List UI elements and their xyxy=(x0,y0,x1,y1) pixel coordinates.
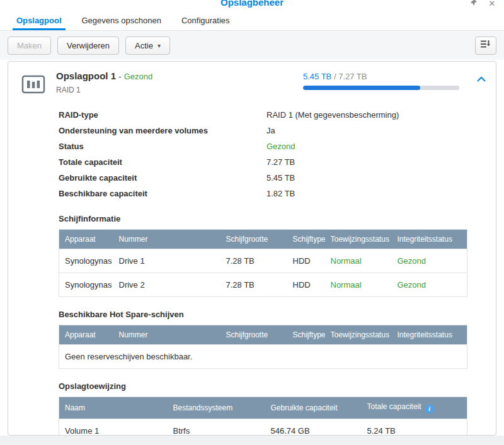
detail-value: 1.82 TB xyxy=(266,189,295,198)
tab-gegevens-opschonen[interactable]: Gegevens opschonen xyxy=(72,10,171,30)
pool-usage-text: 5.45 TB / 7.27 TB xyxy=(303,72,459,81)
cell-schijftype: HDD xyxy=(287,249,325,273)
pool-usage: 5.45 TB / 7.27 TB xyxy=(303,70,459,90)
pool-title-block: Opslagpool 1 - Gezond RAID 1 xyxy=(56,70,152,94)
pool-used-capacity: 5.45 TB xyxy=(303,72,331,81)
pool-raid-label: RAID 1 xyxy=(56,86,152,94)
column-header: Nummer xyxy=(113,230,220,249)
pool-usage-fill xyxy=(303,86,420,90)
column-header: Schijfgrootte xyxy=(220,325,287,345)
sort-list-icon xyxy=(481,40,491,51)
detail-label: Status xyxy=(59,142,266,151)
hot-spare-header-row: Apparaat Nummer Schijfgrootte Schijftype… xyxy=(59,325,467,345)
allocation-title: Opslagtoewijzing xyxy=(59,381,496,391)
info-icon[interactable]: i xyxy=(425,405,434,414)
cell-integriteitsstatus: Gezond xyxy=(392,273,467,297)
column-header: Toewijzingsstatus xyxy=(325,325,392,345)
allocation-header-row: Naam Bestandssysteem Gebruikte capacitei… xyxy=(59,397,467,419)
table-row-drive-1[interactable]: Synologynas Drive 1 7.28 TB HDD Normaal … xyxy=(59,249,467,273)
cell-integriteitsstatus: Gezond xyxy=(392,249,467,273)
cell-gebruikte-capaciteit: 546.74 GB xyxy=(265,419,362,436)
column-header: Integriteitsstatus xyxy=(392,230,467,249)
column-header: Totale capaciteit xyxy=(367,402,421,411)
hot-spare-table: Apparaat Nummer Schijfgrootte Schijftype… xyxy=(59,325,467,369)
pool-header[interactable]: Opslagpool 1 - Gezond RAID 1 5.45 TB / 7… xyxy=(8,62,496,102)
tab-configuraties[interactable]: Configuraties xyxy=(171,10,240,30)
pool-dash: - xyxy=(118,72,121,81)
cell-toewijzingsstatus: Normaal xyxy=(325,273,392,297)
cell-schijfgrootte: 7.28 TB xyxy=(220,273,287,297)
disk-info-title: Schijfinformatie xyxy=(59,214,496,223)
tab-bar: Opslagpool Gegevens opschonen Configurat… xyxy=(0,10,504,31)
cell-nummer: Drive 1 xyxy=(113,249,220,273)
detail-label: Gebruikte capaciteit xyxy=(59,173,266,183)
column-header: Apparaat xyxy=(59,230,113,249)
column-header: Nummer xyxy=(113,325,220,345)
detail-value-status: Gezond xyxy=(266,142,295,151)
window-footer xyxy=(0,436,504,445)
column-header: Apparaat xyxy=(59,325,113,345)
cell-toewijzingsstatus: Normaal xyxy=(325,249,392,273)
pool-details: RAID-type RAID 1 (Met gegevensbeschermin… xyxy=(8,102,496,201)
detail-label: Totale capaciteit xyxy=(59,157,266,167)
table-row-drive-2[interactable]: Synologynas Drive 2 7.28 TB HDD Normaal … xyxy=(59,273,467,297)
column-header: Schijftype xyxy=(287,230,325,249)
close-icon[interactable]: ✕ xyxy=(488,0,496,8)
detail-value: RAID 1 (Met gegevensbescherming) xyxy=(266,110,399,120)
toolbar: Maken Verwijderen Actie ▾ xyxy=(0,31,504,60)
detail-value: 5.45 TB xyxy=(266,173,295,183)
detail-row-used-capacity: Gebruikte capaciteit 5.45 TB xyxy=(59,170,496,186)
actie-button-label: Actie xyxy=(135,41,153,50)
detail-row-available-capacity: Beschikbare capaciteit 1.82 TB xyxy=(59,186,496,201)
titlebar-icons: ✕ xyxy=(469,0,496,8)
titlebar: Opslagbeheer ✕ xyxy=(0,0,504,10)
hot-spare-empty-row: Geen reserveschijven beschikbaar. xyxy=(59,345,467,369)
detail-value: 7.27 TB xyxy=(266,157,295,167)
pool-usage-bar xyxy=(303,86,459,90)
detail-row-total-capacity: Totale capaciteit 7.27 TB xyxy=(59,154,496,170)
pool-usage-separator: / xyxy=(331,72,338,81)
pool-total-capacity: 7.27 TB xyxy=(338,72,367,81)
storage-pool-icon xyxy=(21,72,46,99)
maken-button[interactable]: Maken xyxy=(8,37,51,55)
detail-label: RAID-type xyxy=(59,110,266,120)
detail-value: Ja xyxy=(266,126,275,135)
cell-apparaat: Synologynas xyxy=(59,273,113,297)
detail-label: Beschikbare capaciteit xyxy=(59,189,266,198)
cell-nummer: Drive 2 xyxy=(113,273,220,297)
hot-spare-empty-message: Geen reserveschijven beschikbaar. xyxy=(59,345,467,369)
hot-spare-title: Beschikbare Hot Spare-schijven xyxy=(59,310,496,319)
pin-icon[interactable] xyxy=(469,0,478,8)
detail-row-raid-type: RAID-type RAID 1 (Met gegevensbeschermin… xyxy=(59,107,496,123)
cell-naam: Volume 1 xyxy=(59,419,168,436)
cell-apparaat: Synologynas xyxy=(59,249,113,273)
pool-name: Opslagpool 1 xyxy=(56,70,116,81)
actie-button[interactable]: Actie ▾ xyxy=(125,37,170,55)
pool-title-line: Opslagpool 1 - Gezond xyxy=(56,70,152,82)
tab-opslagpool[interactable]: Opslagpool xyxy=(6,10,72,30)
chevron-down-icon: ▾ xyxy=(158,42,161,49)
detail-row-status: Status Gezond xyxy=(59,138,496,154)
sort-collapse-button[interactable] xyxy=(475,37,496,55)
cell-schijftype: HDD xyxy=(287,273,325,297)
detail-row-multi-volume: Ondersteuning van meerdere volumes Ja xyxy=(59,123,496,138)
disk-info-table: Apparaat Nummer Schijfgrootte Schijftype… xyxy=(59,229,467,297)
column-header: Integriteitsstatus xyxy=(392,325,467,345)
verwijderen-button[interactable]: Verwijderen xyxy=(57,37,119,55)
storage-pool-panel: Opslagpool 1 - Gezond RAID 1 5.45 TB / 7… xyxy=(8,61,496,436)
chevron-up-icon[interactable] xyxy=(477,73,486,84)
app-title: Opslagbeheer xyxy=(0,0,504,8)
allocation-table: Naam Bestandssysteem Gebruikte capacitei… xyxy=(59,397,467,436)
column-header: Schijfgrootte xyxy=(220,230,287,249)
table-row-volume-1[interactable]: Volume 1 Btrfs 546.74 GB 5.24 TB xyxy=(59,419,467,436)
column-header: Naam xyxy=(59,397,168,419)
column-header-with-info: Totale capaciteiti xyxy=(362,397,467,419)
detail-label: Ondersteuning van meerdere volumes xyxy=(59,126,266,135)
column-header: Bestandssysteem xyxy=(168,397,265,419)
column-header: Gebruikte capaciteit xyxy=(265,397,362,419)
cell-totale-capaciteit: 5.24 TB xyxy=(362,419,467,436)
pool-status: Gezond xyxy=(124,72,153,81)
column-header: Toewijzingsstatus xyxy=(325,230,392,249)
column-header: Schijftype xyxy=(287,325,325,345)
cell-schijfgrootte: 7.28 TB xyxy=(220,249,287,273)
